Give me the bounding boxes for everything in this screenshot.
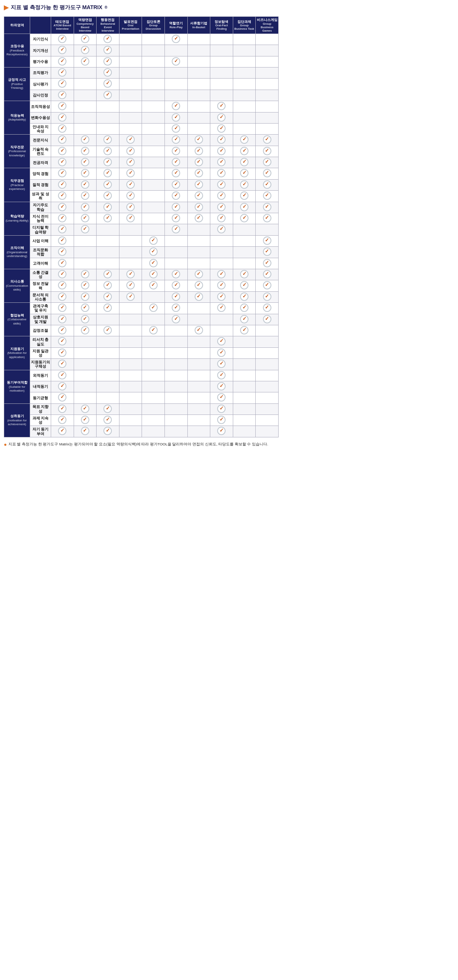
check-9-2-7 — [210, 359, 233, 370]
checkmark-icon — [126, 270, 135, 278]
sub-label-7-2: 문서적 의사소통 — [30, 291, 51, 302]
category-9: 지원동기(Motivation for application) — [4, 336, 30, 370]
checkmark-icon — [58, 259, 66, 267]
checkmark-icon — [263, 304, 271, 312]
table-row: 의사소통(Communication skills)소통 간결성 — [4, 269, 279, 280]
check-4-0-3 — [119, 168, 142, 179]
check-3-1-4 — [142, 146, 165, 157]
check-8-1-5 — [164, 314, 187, 325]
checkmark-icon — [58, 35, 66, 43]
check-1-0-8 — [233, 67, 256, 78]
check-0-1-6 — [187, 45, 210, 56]
header-tool-2: 행동면접 Behavioral Event Interview — [97, 17, 119, 34]
check-5-2-9 — [256, 224, 279, 235]
checkmark-icon — [103, 214, 112, 222]
checkmark-icon — [217, 124, 226, 133]
check-2-0-4 — [142, 101, 165, 112]
checkmark-icon — [263, 158, 271, 166]
checkmark-icon — [103, 270, 112, 278]
check-8-2-7 — [210, 325, 233, 336]
check-10-2-5 — [164, 392, 187, 403]
check-0-2-4 — [142, 56, 165, 67]
check-11-0-1 — [74, 403, 97, 414]
sub-label-11-2: 자기 동기부여 — [30, 426, 51, 437]
sub-label-9-0: 리서치 충실도 — [30, 336, 51, 347]
check-11-0-4 — [142, 403, 165, 414]
checkmark-icon — [58, 315, 66, 323]
table-row: 동기부여적합(Suitable for motivation)외적동기 — [4, 370, 279, 381]
check-8-2-3 — [119, 325, 142, 336]
checkmark-icon — [58, 427, 66, 435]
checkmark-icon — [126, 158, 135, 166]
checkmark-icon — [103, 326, 112, 334]
check-1-0-4 — [142, 67, 165, 78]
check-0-0-3 — [119, 34, 142, 45]
checkmark-icon — [58, 214, 66, 222]
checkmark-icon — [103, 416, 112, 424]
checkmark-icon — [240, 191, 248, 200]
checkmark-icon — [103, 68, 112, 77]
check-11-2-0 — [51, 426, 74, 437]
check-8-2-4 — [142, 325, 165, 336]
check-3-0-8 — [233, 135, 256, 146]
check-3-1-8 — [233, 146, 256, 157]
check-3-2-7 — [210, 157, 233, 168]
check-7-2-3 — [119, 291, 142, 302]
checkmark-icon — [195, 292, 203, 301]
header-sub — [30, 17, 51, 34]
check-9-0-8 — [233, 336, 256, 347]
check-5-1-9 — [256, 213, 279, 224]
table-row: 문서적 의사소통 — [4, 291, 279, 302]
check-3-2-9 — [256, 157, 279, 168]
sub-label-10-1: 내적동기 — [30, 381, 51, 392]
checkmark-icon — [58, 326, 66, 334]
header-category: 하위영역 — [4, 17, 30, 34]
sub-label-10-2: 동기균형 — [30, 392, 51, 403]
check-9-0-4 — [142, 336, 165, 347]
table-body: 코칭수용(Feedback Receptiveness)자기인식자기개선평가수용… — [4, 34, 279, 437]
check-5-1-4 — [142, 213, 165, 224]
check-8-1-2 — [97, 314, 119, 325]
checkmark-icon — [217, 135, 226, 144]
checkmark-icon — [240, 203, 248, 211]
check-8-0-3 — [119, 303, 142, 314]
check-6-1-0 — [51, 247, 74, 258]
check-10-1-9 — [256, 381, 279, 392]
checkmark-icon — [58, 169, 66, 177]
check-7-1-0 — [51, 280, 74, 291]
checkmark-icon — [263, 236, 271, 245]
check-6-2-0 — [51, 258, 74, 269]
sub-label-5-0: 자기주도 학습 — [30, 202, 51, 213]
check-6-1-3 — [119, 247, 142, 258]
check-8-2-2 — [97, 325, 119, 336]
check-7-2-0 — [51, 291, 74, 302]
check-5-1-5 — [164, 213, 187, 224]
checkmark-icon — [58, 147, 66, 155]
checkmark-icon — [172, 57, 180, 66]
check-3-1-6 — [187, 146, 210, 157]
check-10-0-3 — [119, 370, 142, 381]
check-3-1-5 — [164, 146, 187, 157]
check-2-1-2 — [97, 112, 119, 123]
check-9-1-5 — [164, 347, 187, 358]
check-5-2-3 — [119, 224, 142, 235]
check-4-1-1 — [74, 179, 97, 190]
check-7-0-2 — [97, 269, 119, 280]
check-11-0-6 — [187, 403, 210, 414]
check-3-1-7 — [210, 146, 233, 157]
check-10-1-3 — [119, 381, 142, 392]
check-9-2-6 — [187, 359, 210, 370]
page-title: ▶ 지표 별 측정가능 한 평가도구 MATRIX® — [4, 4, 279, 11]
checkmark-icon — [103, 135, 112, 144]
check-2-0-1 — [74, 101, 97, 112]
check-10-1-0 — [51, 381, 74, 392]
check-10-0-8 — [233, 370, 256, 381]
check-6-0-0 — [51, 235, 74, 246]
check-3-0-7 — [210, 135, 233, 146]
check-11-0-3 — [119, 403, 142, 414]
check-10-1-5 — [164, 381, 187, 392]
check-6-2-2 — [97, 258, 119, 269]
table-row: 감사인정 — [4, 90, 279, 101]
check-7-2-4 — [142, 291, 165, 302]
footnote-bullet: ● — [4, 442, 7, 447]
